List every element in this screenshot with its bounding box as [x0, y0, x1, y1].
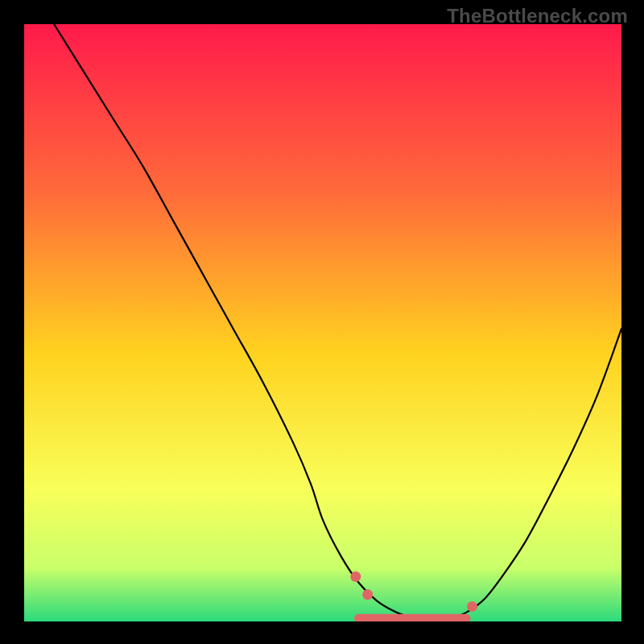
- bottleneck-chart: [24, 24, 621, 621]
- watermark-text: TheBottleneck.com: [447, 5, 628, 27]
- chart-container: TheBottleneck.com: [0, 0, 644, 644]
- accent-dot: [350, 572, 361, 582]
- accent-dot: [362, 589, 373, 600]
- accent-dot: [467, 601, 477, 612]
